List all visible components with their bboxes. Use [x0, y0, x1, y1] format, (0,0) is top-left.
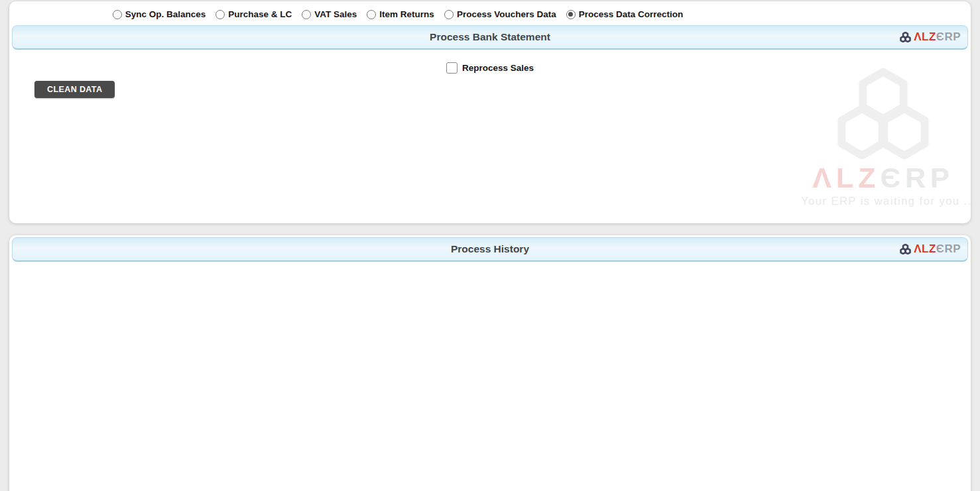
clean-data-button[interactable]: CLEAN DATA: [34, 81, 115, 98]
alzerp-logo: ΛLZЄRP: [899, 238, 961, 260]
radio-sync-op-balances-input[interactable]: [113, 10, 122, 19]
radio-process-vouchers-data[interactable]: Process Vouchers Data: [444, 9, 556, 19]
radio-sync-op-balances[interactable]: Sync Op. Balances: [113, 9, 206, 19]
radio-label: Process Data Correction: [579, 9, 684, 19]
bank-statement-card: Sync Op. Balances Purchase & LC VAT Sale…: [9, 1, 971, 223]
radio-process-vouchers-data-input[interactable]: [444, 10, 454, 19]
radio-vat-sales-input[interactable]: [302, 10, 311, 19]
process-mode-radio-group: Sync Op. Balances Purchase & LC VAT Sale…: [9, 1, 971, 25]
radio-vat-sales[interactable]: VAT Sales: [302, 9, 357, 19]
radio-label: Process Vouchers Data: [457, 9, 556, 19]
process-history-title: Process History: [451, 243, 529, 255]
radio-label: Item Returns: [379, 9, 434, 19]
alzerp-logo: ΛLZЄRP: [899, 26, 961, 48]
reprocess-sales-checkbox[interactable]: [446, 62, 458, 74]
radio-item-returns-input[interactable]: [367, 10, 376, 19]
alzerp-watermark: ΛLZЄRP Your ERP is waiting for you ...: [801, 66, 965, 207]
process-history-card: Process History ΛLZЄRP: [9, 235, 971, 491]
process-history-body: [9, 260, 971, 491]
radio-label: VAT Sales: [314, 9, 357, 19]
reprocess-sales-row: Reprocess Sales: [9, 50, 971, 74]
radio-purchase-lc[interactable]: Purchase & LC: [215, 9, 292, 19]
watermark-tagline: Your ERP is waiting for you ...: [801, 195, 965, 207]
page: Sync Op. Balances Purchase & LC VAT Sale…: [0, 0, 980, 491]
reprocess-sales-label[interactable]: Reprocess Sales: [462, 63, 534, 73]
bank-statement-title: Process Bank Statement: [430, 31, 550, 43]
watermark-wordmark: ΛLZЄRP: [801, 164, 965, 192]
alzerp-wordmark: ΛLZЄRP: [914, 243, 961, 256]
alzerp-wordmark: ΛLZЄRP: [914, 30, 961, 44]
bank-statement-header: Process Bank Statement ΛLZЄRP: [12, 25, 968, 50]
bank-statement-body: Reprocess Sales CLEAN DATA ΛLZЄRP Your E…: [9, 50, 971, 221]
alzerp-hexagons-icon: [899, 32, 912, 42]
process-history-header: Process History ΛLZЄRP: [12, 237, 968, 262]
radio-process-data-correction[interactable]: Process Data Correction: [566, 9, 684, 19]
radio-label: Purchase & LC: [228, 9, 292, 19]
alzerp-hexagons-icon: [899, 244, 912, 254]
alzerp-watermark-hexagons-icon: [826, 66, 940, 161]
radio-item-returns[interactable]: Item Returns: [367, 9, 434, 19]
radio-process-data-correction-input[interactable]: [566, 10, 576, 19]
radio-label: Sync Op. Balances: [125, 9, 206, 19]
radio-purchase-lc-input[interactable]: [215, 10, 225, 19]
